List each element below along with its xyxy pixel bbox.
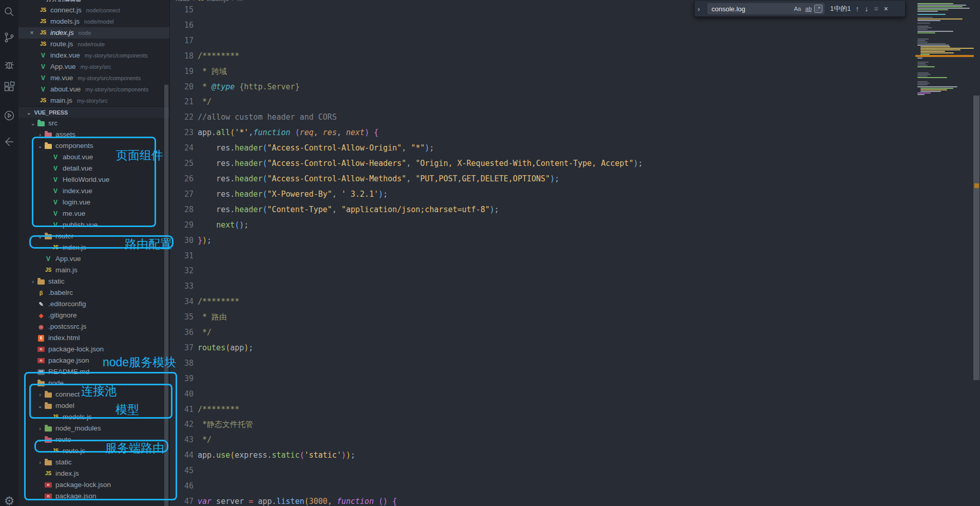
- minimap-code-line: [917, 31, 953, 32]
- tree-item-static[interactable]: ›static: [18, 457, 169, 468]
- sidebar-scrollbar[interactable]: [164, 85, 168, 506]
- line-number: 23: [169, 125, 194, 141]
- chevron-down-icon[interactable]: ⌄: [36, 400, 44, 411]
- tree-item-src[interactable]: ⌄src: [18, 118, 169, 129]
- code-editor[interactable]: node › JS index.js › … 15161718/********…: [169, 0, 980, 506]
- js-file-icon: JS: [39, 97, 47, 105]
- open-editor-item[interactable]: JSmain.jsmy-story/src: [18, 95, 169, 106]
- file-name: .gitignore: [48, 310, 77, 321]
- tree-item-index.vue[interactable]: Vindex.vue: [18, 185, 169, 197]
- folder-icon: [44, 130, 52, 139]
- chevron-down-icon[interactable]: ⌄: [36, 140, 44, 152]
- open-editor-item[interactable]: JSroute.jsnode/route: [18, 39, 169, 50]
- tree-item-package.json[interactable]: npackage.json: [18, 491, 169, 502]
- tree-item-connect[interactable]: ›connect: [18, 389, 169, 400]
- scrollbar-thumb[interactable]: [973, 96, 979, 380]
- close-icon[interactable]: ×: [883, 5, 889, 13]
- chevron-right-icon[interactable]: ›: [36, 423, 44, 434]
- open-editor-item[interactable]: JSmodels.jsnode/model: [18, 16, 169, 27]
- chevron-down-icon[interactable]: ⌄: [29, 118, 37, 129]
- tree-item-router[interactable]: ⌄router: [18, 231, 169, 242]
- tree-item-login.vue[interactable]: Vlogin.vue: [18, 197, 169, 208]
- minimap-code-line: [917, 27, 932, 28]
- minimap-code-line: [920, 48, 974, 49]
- code-text: /********: [198, 402, 239, 418]
- extensions-icon[interactable]: [3, 81, 16, 94]
- open-editor-item[interactable]: Vme.vuemy-story/src/components: [18, 72, 169, 84]
- tree-item-package-lock.json[interactable]: npackage-lock.json: [18, 479, 169, 491]
- tree-item-node[interactable]: ⌄node: [18, 378, 169, 389]
- sidebar-editor-divider[interactable]: [169, 0, 170, 506]
- close-icon[interactable]: ×: [28, 27, 36, 39]
- chevron-right-icon[interactable]: ›: [36, 389, 44, 400]
- open-editor-item[interactable]: JSconnect.jsnode/connect: [18, 5, 169, 16]
- tree-item-models.js[interactable]: JSmodels.js: [18, 411, 169, 423]
- minimap[interactable]: [915, 0, 974, 506]
- find-in-selection-icon[interactable]: ≡: [873, 5, 879, 13]
- search-icon[interactable]: [3, 5, 16, 18]
- find-input[interactable]: console.log Aa ab .*: [707, 3, 824, 14]
- find-query-text[interactable]: console.log: [712, 5, 791, 13]
- tree-item-package-lock.json[interactable]: npackage-lock.json: [18, 344, 169, 355]
- file-name: main.js: [50, 95, 72, 106]
- tree-item-route[interactable]: ⌄route: [18, 434, 169, 445]
- code-line: 38: [169, 356, 915, 371]
- chevron-down-icon[interactable]: ⌄: [36, 434, 44, 445]
- whole-word-icon[interactable]: ab: [804, 5, 814, 12]
- tree-item-model[interactable]: ⌄model: [18, 400, 169, 411]
- file-name: package.json: [55, 491, 97, 502]
- tree-item-static[interactable]: ›static: [18, 276, 169, 287]
- tree-item-about.vue[interactable]: Vabout.vue: [18, 152, 169, 163]
- tree-item-route.js[interactable]: JSroute.js: [18, 445, 169, 457]
- tree-item-.babelrc[interactable]: β.babelrc: [18, 287, 169, 298]
- tree-item-me.vue[interactable]: Vme.vue: [18, 208, 169, 219]
- tree-item-.editorconfig[interactable]: ✎.editorconfig: [18, 298, 169, 310]
- tree-item-index.html[interactable]: 5index.html: [18, 332, 169, 344]
- file-path: node/route: [78, 39, 105, 50]
- editor-scrollbar[interactable]: [973, 0, 980, 506]
- match-case-icon[interactable]: Aa: [792, 5, 802, 12]
- chevron-right-icon[interactable]: ›: [36, 457, 44, 468]
- open-editor-item[interactable]: ×JSindex.jsnode: [18, 27, 169, 39]
- references-icon[interactable]: [3, 135, 16, 148]
- code-text: /********: [198, 294, 239, 310]
- find-next-icon[interactable]: ↓: [863, 5, 869, 13]
- tree-item-index.js[interactable]: JSindex.js: [18, 242, 169, 253]
- open-editor-item[interactable]: Vindex.vuemy-story/src/components: [18, 50, 169, 61]
- minimap-code-line: [917, 77, 947, 78]
- chevron-down-icon[interactable]: ⌄: [29, 378, 37, 389]
- folder-icon: [44, 436, 52, 444]
- open-editor-item[interactable]: VApp.vuemy-story/src: [18, 61, 169, 72]
- run-circle-icon[interactable]: [3, 109, 16, 122]
- tree-item-assets[interactable]: ›assets: [18, 129, 169, 140]
- project-section-header[interactable]: ⌄VUE_PRESS: [18, 106, 169, 118]
- minimap-code-line: [917, 92, 931, 93]
- source-control-icon[interactable]: [3, 31, 16, 44]
- tree-item-publish.vue[interactable]: Vpublish.vue: [18, 219, 169, 231]
- find-replace-toggle-icon[interactable]: ›: [698, 5, 704, 13]
- find-previous-icon[interactable]: ↑: [854, 5, 860, 13]
- tree-item-.gitignore[interactable]: ◆.gitignore: [18, 310, 169, 321]
- tree-item-HelloWorld.vue[interactable]: VHelloWorld.vue: [18, 174, 169, 185]
- tree-item-main.js[interactable]: JSmain.js: [18, 265, 169, 276]
- activity-bar: ⚙: [0, 0, 18, 506]
- open-editors-header[interactable]: 打开的编辑器: [18, 0, 169, 5]
- tree-item-README.md[interactable]: MREADME.md: [18, 366, 169, 378]
- tree-item-App.vue[interactable]: VApp.vue: [18, 253, 169, 265]
- minimap-code-line: [917, 8, 970, 9]
- chevron-right-icon[interactable]: ›: [36, 129, 44, 140]
- tree-item-components[interactable]: ⌄components: [18, 140, 169, 152]
- code-content[interactable]: 15161718/********19 * 跨域20 * @type {http…: [169, 3, 915, 506]
- open-editor-item[interactable]: Vabout.vuemy-story/src/components: [18, 84, 169, 95]
- tree-item-package.json[interactable]: npackage.json: [18, 355, 169, 366]
- settings-gear-icon[interactable]: ⚙: [3, 494, 16, 506]
- tree-item-node_modules[interactable]: ›node_modules: [18, 423, 169, 434]
- chevron-down-icon[interactable]: ⌄: [36, 231, 44, 242]
- debug-icon[interactable]: [3, 58, 16, 71]
- tree-item-index.js[interactable]: JSindex.js: [18, 468, 169, 479]
- tree-item-.postcssrc.js[interactable]: ◉.postcssrc.js: [18, 321, 169, 332]
- chevron-right-icon[interactable]: ›: [29, 276, 37, 287]
- tree-item-detail.vue[interactable]: Vdetail.vue: [18, 163, 169, 174]
- minimap-code-line: [917, 23, 930, 24]
- regex-icon[interactable]: .*: [814, 5, 822, 13]
